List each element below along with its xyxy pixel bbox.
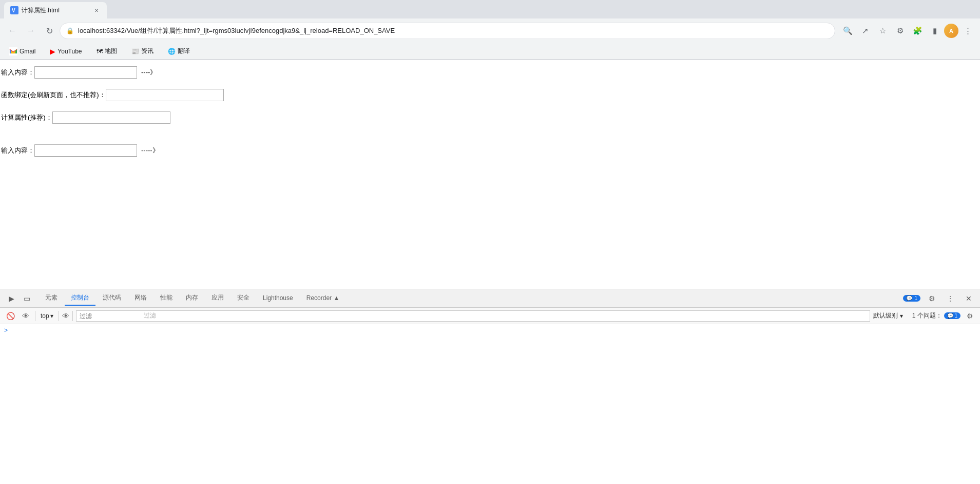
reload-button[interactable]: ↻ <box>41 23 57 39</box>
svg-text:V: V <box>12 8 15 13</box>
news-icon: 📰 <box>131 48 139 55</box>
extension-button[interactable]: ⚙ <box>892 23 908 39</box>
security-icon: 🔒 <box>66 27 74 34</box>
puzzle-button[interactable]: 🧩 <box>909 23 926 39</box>
bookmark-news-label: 资讯 <box>141 47 153 55</box>
arrow-1: ----》 <box>141 68 157 77</box>
bookmark-news[interactable]: 📰 资讯 <box>128 46 157 57</box>
url-text: localhost:63342/Vue/组件/计算属性.html?_ijt=rg… <box>78 26 829 35</box>
function-bind-input[interactable] <box>106 89 224 101</box>
avatar[interactable]: A <box>944 24 958 38</box>
bookmark-translate-label: 翻译 <box>178 47 190 55</box>
form-row-2: 函数绑定(会刷新页面，也不推荐)： <box>0 89 980 101</box>
gmail-icon <box>9 47 17 55</box>
bookmark-youtube[interactable]: ▶ YouTube <box>47 46 85 57</box>
sidebar-button[interactable]: ▮ <box>927 23 943 39</box>
tab-bar: V 计算属性.html ✕ <box>0 0 980 18</box>
input-field-2[interactable] <box>34 144 137 157</box>
forward-button[interactable]: → <box>23 23 39 39</box>
bookmark-youtube-label: YouTube <box>57 48 82 55</box>
search-button[interactable]: 🔍 <box>839 23 856 39</box>
computed-input[interactable] <box>52 111 170 124</box>
bookmark-map-label: 地图 <box>105 47 117 55</box>
label-input-2: 输入内容： <box>1 146 34 155</box>
share-button[interactable]: ↗ <box>857 23 873 39</box>
tab-title: 计算属性.html <box>22 6 89 15</box>
page-content: 输入内容： ----》 函数绑定(会刷新页面，也不推荐)： 计算属性(推荐)： … <box>0 60 980 289</box>
bookmark-gmail-label: Gmail <box>20 48 35 55</box>
devtools-panel: ▶ ▭ 元素 控制台 源代码 网络 性能 内存 应用 安全 Lighthouse <box>0 289 980 289</box>
youtube-icon: ▶ <box>50 47 55 55</box>
back-button[interactable]: ← <box>4 23 21 39</box>
bookmark-map[interactable]: 🗺 地图 <box>93 46 120 57</box>
form-row-1: 输入内容： ----》 <box>0 66 980 79</box>
map-icon: 🗺 <box>97 48 103 55</box>
label-function-bind: 函数绑定(会刷新页面，也不推荐)： <box>1 90 106 100</box>
tab-favicon: V <box>10 6 18 14</box>
translate-icon: 🌐 <box>168 48 176 55</box>
input-field-1[interactable] <box>34 66 137 79</box>
label-computed: 计算属性(推荐)： <box>1 113 52 122</box>
arrow-2: -----》 <box>141 146 159 155</box>
address-bar[interactable]: 🔒 localhost:63342/Vue/组件/计算属性.html?_ijt=… <box>60 23 835 39</box>
bookmarks-bar: Gmail ▶ YouTube 🗺 地图 📰 资讯 🌐 翻译 <box>0 43 980 60</box>
form-row-3: 计算属性(推荐)： <box>0 111 980 124</box>
browser-chrome: V 计算属性.html ✕ ← → ↻ 🔒 localhost:63342/Vu… <box>0 0 980 60</box>
form-row-4: 输入内容： -----》 <box>0 144 980 157</box>
bookmark-translate[interactable]: 🌐 翻译 <box>165 46 193 57</box>
nav-bar: ← → ↻ 🔒 localhost:63342/Vue/组件/计算属性.html… <box>0 18 980 43</box>
label-input-1: 输入内容： <box>1 68 34 77</box>
bookmark-gmail[interactable]: Gmail <box>6 46 39 57</box>
bookmark-button[interactable]: ☆ <box>874 23 891 39</box>
nav-icons: 🔍 ↗ ☆ ⚙ 🧩 ▮ A ⋮ <box>839 23 976 39</box>
browser-tab[interactable]: V 计算属性.html ✕ <box>4 2 107 18</box>
tab-close-button[interactable]: ✕ <box>92 6 101 14</box>
menu-button[interactable]: ⋮ <box>959 23 976 39</box>
